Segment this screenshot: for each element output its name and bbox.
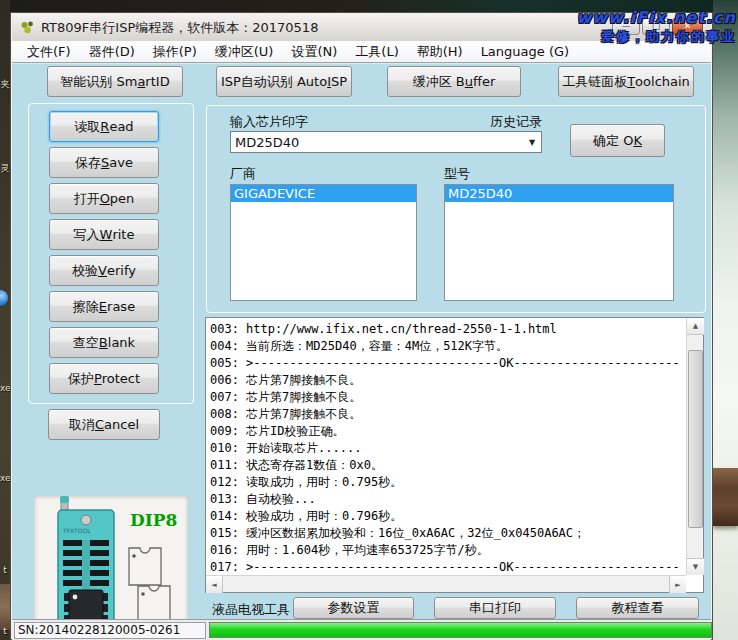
- desktop-icon-label-fragment: xe: [0, 473, 10, 483]
- log-line: 017: >----------------------------------…: [210, 559, 681, 572]
- desktop-icon-label-fragment: t: [0, 626, 10, 636]
- desktop-photo-fragment: [0, 584, 10, 630]
- model-list-item-selected[interactable]: MD25D40: [445, 185, 673, 202]
- progress-bar: [209, 622, 712, 638]
- vendor-list-item-selected[interactable]: GIGADEVICE: [231, 185, 416, 202]
- close-button[interactable]: ✕: [672, 18, 703, 35]
- log-line: 010: 开始读取芯片......: [210, 440, 681, 457]
- vertical-scrollbar-thumb[interactable]: [688, 350, 703, 528]
- ok-button[interactable]: 确定 OK: [570, 124, 665, 157]
- chevron-down-icon[interactable]: ▼: [523, 132, 541, 152]
- horizontal-scrollbar[interactable]: ◄ ►: [206, 575, 686, 592]
- buffer-button[interactable]: 缓冲区 Buffer: [387, 66, 521, 97]
- lcd-tools-label: 液晶电视工具: [212, 601, 290, 619]
- open-button[interactable]: 打开 Open: [49, 183, 159, 214]
- socket-brand-text: TFXTOOL: [62, 527, 91, 534]
- minimize-button[interactable]: —: [612, 18, 640, 35]
- log-line: 012: 读取成功，用时：0.795秒。: [210, 474, 681, 491]
- title-bar[interactable]: RT809F串行ISP编程器，软件版本：20170518 — ▢ ✕: [12, 14, 711, 41]
- scroll-right-icon[interactable]: ►: [669, 576, 686, 593]
- vendor-listbox[interactable]: GIGADEVICE: [230, 184, 417, 301]
- verify-button[interactable]: 校验 Verify: [49, 255, 159, 286]
- dip8-caption: DIP8: [130, 510, 177, 530]
- model-listbox[interactable]: MD25D40: [444, 184, 674, 301]
- menu-help[interactable]: 帮助(H): [408, 41, 472, 63]
- log-line: 016: 用时：1.604秒，平均速率653725字节/秒。: [210, 542, 681, 559]
- write-button[interactable]: 写入 Write: [49, 219, 159, 250]
- read-button[interactable]: 读取 Read: [49, 111, 159, 142]
- log-output[interactable]: 003: http://www.ifix.net.cn/thread-2550-…: [205, 317, 704, 593]
- log-line: 005: >----------------------------------…: [210, 355, 681, 372]
- vendor-label: 厂商: [230, 165, 256, 183]
- log-line: 015: 缓冲区数据累加校验和：16位_0xA6AC，32位_0x0450A6A…: [210, 525, 681, 542]
- tutorial-view-button[interactable]: 教程查看: [576, 597, 699, 619]
- save-button[interactable]: 保存 Save: [49, 147, 159, 178]
- menu-tools[interactable]: 工具(L): [346, 41, 407, 63]
- desktop-icon-orb: [0, 290, 8, 306]
- app-window: RT809F串行ISP编程器，软件版本：20170518 — ▢ ✕ 文件(F)…: [10, 12, 713, 640]
- autoisp-button[interactable]: ISP自动识别 AutoISP: [216, 66, 352, 97]
- chip-input-label: 输入芯片印字: [230, 113, 308, 131]
- serial-print-button[interactable]: 串口打印: [434, 597, 556, 619]
- desktop-icon-label-fragment: 夹: [0, 78, 10, 91]
- log-line: 003: http://www.ifix.net.cn/thread-2550-…: [210, 321, 681, 338]
- menu-file[interactable]: 文件(F): [18, 41, 80, 63]
- menu-buffer[interactable]: 缓冲区(U): [206, 41, 283, 63]
- serial-number: SN:20140228120005-0261: [14, 622, 206, 639]
- client-area: 智能识别 SmartID ISP自动识别 AutoISP 缓冲区 Buffer …: [12, 64, 711, 638]
- blank-button[interactable]: 查空 Blank: [49, 327, 159, 358]
- log-line: 013: 自动校验...: [210, 491, 681, 508]
- smartid-button[interactable]: 智能识别 SmartID: [47, 66, 183, 97]
- app-icon: [20, 20, 35, 35]
- cancel-button[interactable]: 取消 Cancel: [48, 409, 160, 440]
- log-lines: 003: http://www.ifix.net.cn/thread-2550-…: [210, 321, 681, 572]
- chip-marking-input[interactable]: [231, 132, 523, 152]
- scroll-left-icon[interactable]: ◄: [206, 576, 223, 593]
- history-label: 历史记录: [462, 113, 542, 131]
- desktop-icon-label-fragment: t: [0, 565, 10, 575]
- toolchain-button[interactable]: 工具链面板 Toolchain: [558, 66, 694, 97]
- desktop-wallpaper-branch: [713, 468, 738, 526]
- log-line: 006: 芯片第7脚接触不良。: [210, 372, 681, 389]
- desktop-top-strip: [0, 0, 738, 12]
- log-line: 009: 芯片ID校验正确。: [210, 423, 681, 440]
- menu-device[interactable]: 器件(D): [80, 41, 144, 63]
- menu-language[interactable]: Language (G): [472, 42, 579, 61]
- desktop-left-strip: 夹 灵 xe xe t t: [0, 0, 10, 640]
- log-line: 011: 状态寄存器1数值：0x0。: [210, 457, 681, 474]
- vertical-scrollbar[interactable]: ▲ ▼: [686, 318, 703, 575]
- log-line: 014: 校验成功，用时：0.796秒。: [210, 508, 681, 525]
- desktop-right-strip: [713, 0, 738, 640]
- desktop-icon-label-fragment: 灵: [0, 162, 10, 175]
- model-label: 型号: [444, 165, 470, 183]
- log-line: 007: 芯片第7脚接触不良。: [210, 389, 681, 406]
- scroll-down-icon[interactable]: ▼: [687, 558, 704, 575]
- scroll-up-icon[interactable]: ▲: [687, 318, 704, 335]
- log-line: 004: 当前所选：MD25D40，容量：4M位，512K字节。: [210, 338, 681, 355]
- menu-settings[interactable]: 设置(N): [282, 41, 346, 63]
- menu-bar: 文件(F) 器件(D) 操作(P) 缓冲区(U) 设置(N) 工具(L) 帮助(…: [12, 41, 711, 63]
- desktop-icon-label-fragment: xe: [0, 383, 10, 393]
- erase-button[interactable]: 擦除 Erase: [49, 291, 159, 322]
- protect-button[interactable]: 保护 Protect: [49, 363, 159, 394]
- progress-bar-fill: [210, 623, 711, 637]
- window-title: RT809F串行ISP编程器，软件版本：20170518: [41, 19, 318, 37]
- log-line: 008: 芯片第7脚接触不良。: [210, 406, 681, 423]
- param-settings-button[interactable]: 参数设置: [293, 597, 414, 619]
- menu-operate[interactable]: 操作(P): [144, 41, 206, 63]
- chip-marking-combobox[interactable]: ▼: [230, 131, 542, 153]
- maximize-button[interactable]: ▢: [642, 18, 670, 35]
